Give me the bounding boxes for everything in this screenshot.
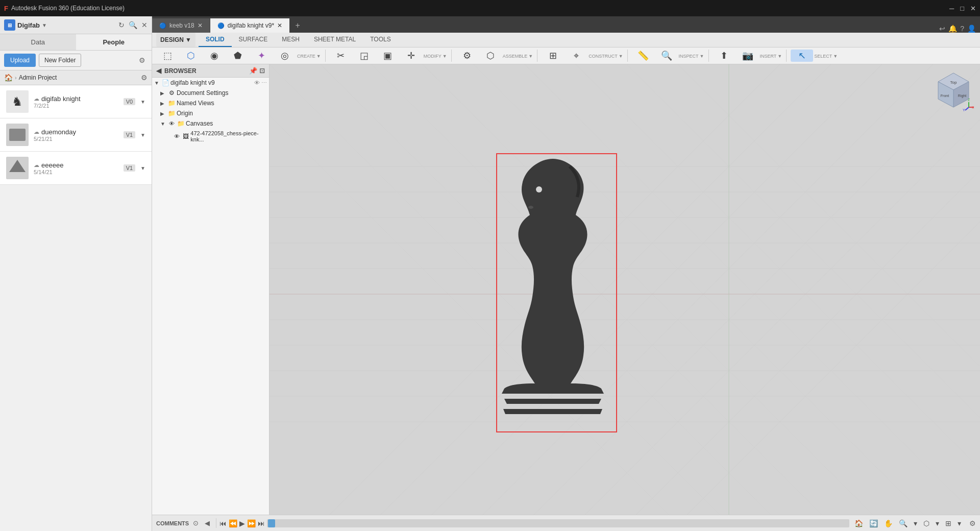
extrude-button[interactable]: ⬡ xyxy=(180,50,202,62)
notifications-icon[interactable]: 🔔 xyxy=(948,25,957,33)
toolbar-tab-mesh[interactable]: MESH xyxy=(275,33,307,47)
refresh-icon[interactable]: ↻ xyxy=(118,21,125,29)
tree-item-canvases[interactable]: ▼ 👁 📁 Canvases xyxy=(152,118,269,129)
version-dropdown-icon[interactable]: ▼ xyxy=(140,165,145,171)
breadcrumb-project[interactable]: Admin Project xyxy=(19,74,57,81)
file-item[interactable]: ☁ eeeeee 5/14/21 V1 ▼ xyxy=(0,152,152,185)
tree-item-canvas-image[interactable]: 👁 🖼 472-4722058_chess-piece-knk... xyxy=(152,129,269,144)
tree-eye-toggle-icon[interactable]: 👁 xyxy=(173,133,181,139)
breadcrumb-home-icon[interactable]: 🏠 xyxy=(4,74,13,82)
insert-dropdown-arrow[interactable]: ▼ xyxy=(777,54,782,59)
doc-tab-keeb[interactable]: 🔵 keeb v18 ✕ xyxy=(152,18,210,33)
transport-play-button[interactable]: ▶ xyxy=(239,519,245,527)
upload-button[interactable]: Upload xyxy=(4,54,36,67)
tree-eye-icon[interactable]: 👁 xyxy=(254,80,260,86)
home-view-icon[interactable]: 🏠 xyxy=(852,518,865,528)
inspect-dropdown-arrow[interactable]: ▼ xyxy=(700,54,704,59)
revolve-button[interactable]: ◉ xyxy=(203,50,226,62)
grid-dropdown-icon[interactable]: ▾ xyxy=(955,518,963,528)
tree-settings-icon: ⚙ xyxy=(167,89,176,96)
browser-expand-icon[interactable]: ⊡ xyxy=(259,67,265,75)
move-copy-button[interactable]: ✛ xyxy=(400,50,423,62)
comments-circle-icon[interactable]: ⊙ xyxy=(191,518,201,528)
zoom-icon[interactable]: 🔍 xyxy=(897,518,910,528)
bottom-right-settings-icon[interactable]: ⚙ xyxy=(969,519,976,527)
file-item[interactable]: ☁ duemonday 5/21/21 V1 ▼ xyxy=(0,118,152,152)
project-settings-icon[interactable]: ⚙ xyxy=(141,74,148,82)
nav-cube[interactable]: Top Right Front X Z Y xyxy=(933,70,974,111)
browser-pin-icon[interactable]: 📌 xyxy=(249,67,257,75)
toolbar-group-modify: ✂ ◲ ▣ ✛ MODIFY ▼ xyxy=(330,50,452,62)
design-dropdown[interactable]: DESIGN ▼ xyxy=(156,33,195,47)
app-name-dropdown[interactable]: ▼ xyxy=(42,22,47,28)
doc-tab-digifab[interactable]: 🔵 digifab knight v9* ✕ xyxy=(210,18,290,33)
orbit-icon[interactable]: 🔄 xyxy=(867,518,880,528)
canvas-button[interactable]: 📷 xyxy=(737,50,759,62)
new-folder-button[interactable]: New Folder xyxy=(39,54,81,67)
close-button[interactable]: ✕ xyxy=(970,5,976,12)
measure-button[interactable]: 📏 xyxy=(632,50,654,62)
fillet-button[interactable]: ◲ xyxy=(353,50,376,62)
sphere-button[interactable]: ✦ xyxy=(250,50,273,62)
tree-item-named-views[interactable]: ▶ 📁 Named Views xyxy=(152,98,269,108)
midplane-icon: ⌖ xyxy=(574,51,579,60)
toolbar-tab-surface[interactable]: SURFACE xyxy=(232,33,275,47)
sidebar-tab-people[interactable]: People xyxy=(76,34,152,50)
interference-button[interactable]: 🔍 xyxy=(655,50,678,62)
torus-button[interactable]: ◎ xyxy=(274,50,296,62)
joint-button[interactable]: ⚙ xyxy=(456,50,478,62)
grid-icon[interactable]: ⊞ xyxy=(943,518,953,528)
sidebar-tab-data[interactable]: Data xyxy=(0,34,76,50)
midplane-button[interactable]: ⌖ xyxy=(565,50,587,62)
comments-expand-icon[interactable]: ◀ xyxy=(203,518,212,528)
transport-prev-button[interactable]: ⏪ xyxy=(229,519,237,527)
tree-item-origin[interactable]: ▶ 📁 Origin xyxy=(152,108,269,118)
display-mode-dropdown-icon[interactable]: ▾ xyxy=(934,518,941,528)
tree-item-document-settings[interactable]: ▶ ⚙ Document Settings xyxy=(152,88,269,98)
loft-button[interactable]: ⬟ xyxy=(227,50,249,62)
offset-plane-button[interactable]: ⊞ xyxy=(542,50,564,62)
modify-dropdown-arrow[interactable]: ▼ xyxy=(443,54,447,59)
save-icon[interactable]: ↩ xyxy=(939,25,945,33)
asbuilt-joint-button[interactable]: ⬡ xyxy=(479,50,502,62)
viewport[interactable]: Top Right Front X Z Y xyxy=(270,64,980,515)
help-icon[interactable]: ? xyxy=(960,25,964,33)
chamfer-button[interactable]: ▣ xyxy=(377,50,399,62)
select-dropdown-arrow[interactable]: ▼ xyxy=(833,54,838,59)
maximize-button[interactable]: □ xyxy=(960,5,964,12)
zoom-dropdown-icon[interactable]: ▾ xyxy=(912,518,919,528)
assemble-dropdown-arrow[interactable]: ▼ xyxy=(528,54,533,59)
transport-first-button[interactable]: ⏮ xyxy=(219,519,227,527)
version-dropdown-icon[interactable]: ▼ xyxy=(140,132,145,138)
create-dropdown-arrow[interactable]: ▼ xyxy=(316,54,321,59)
version-dropdown-icon[interactable]: ▼ xyxy=(140,99,145,105)
timeline-strip[interactable] xyxy=(267,519,849,527)
transport-next-button[interactable]: ⏩ xyxy=(247,519,256,527)
toolbar-tab-sheet-metal[interactable]: SHEET METAL xyxy=(307,33,363,47)
display-mode-icon[interactable]: ⬡ xyxy=(921,518,932,528)
new-component-button[interactable]: ⬚ xyxy=(156,50,179,62)
select-button[interactable]: ↖ xyxy=(791,50,813,62)
sidebar-settings-button[interactable]: ⚙ xyxy=(137,54,148,67)
press-pull-button[interactable]: ✂ xyxy=(330,50,352,62)
pan-icon[interactable]: ✋ xyxy=(882,518,895,528)
new-tab-button[interactable]: + xyxy=(290,18,305,33)
search-icon[interactable]: 🔍 xyxy=(129,21,137,29)
tree-more-icon[interactable]: ⋯ xyxy=(261,80,267,86)
doc-tab-close-icon[interactable]: ✕ xyxy=(198,22,203,29)
tree-eye-toggle-icon[interactable]: 👁 xyxy=(167,120,176,127)
select-icon: ↖ xyxy=(798,51,806,60)
toolbar-tab-solid[interactable]: SOLID xyxy=(199,33,232,47)
minimize-button[interactable]: ─ xyxy=(949,5,954,12)
file-item[interactable]: ♞ ☁ digifab knight 7/2/21 V0 ▼ xyxy=(0,85,152,118)
toolbar-tab-tools[interactable]: TOOLS xyxy=(363,33,398,47)
browser-collapse-icon[interactable]: ◀ xyxy=(156,67,161,75)
close-sidebar-icon[interactable]: ✕ xyxy=(141,21,148,29)
tree-item-root[interactable]: ▼ 📄 digifab knight v9 👁 ⋯ xyxy=(152,78,269,88)
doc-tab-close-icon[interactable]: ✕ xyxy=(277,22,282,29)
extrude-icon: ⬡ xyxy=(187,51,195,60)
account-icon[interactable]: 👤 xyxy=(967,25,976,33)
construct-dropdown-arrow[interactable]: ▼ xyxy=(619,54,623,59)
transport-last-button[interactable]: ⏭ xyxy=(258,519,265,527)
insert-button[interactable]: ⬆ xyxy=(713,50,736,62)
